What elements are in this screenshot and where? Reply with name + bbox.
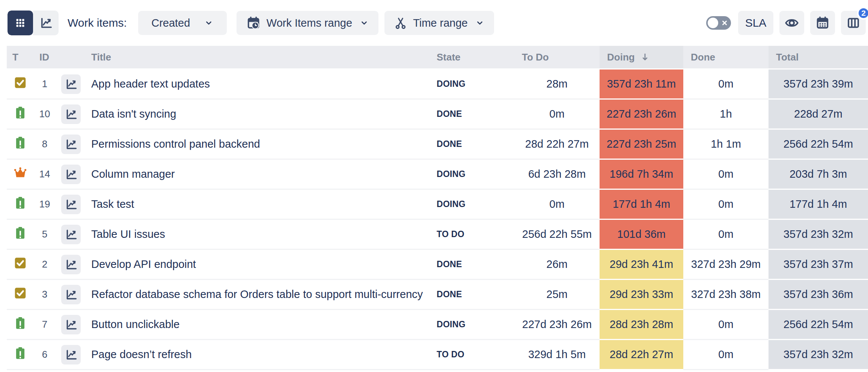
line-chart-icon <box>65 318 77 331</box>
work-items-range-dropdown[interactable]: Work Items range <box>237 11 378 35</box>
row-chart-button[interactable] <box>61 104 81 124</box>
row-title: Develop API endpoint <box>86 250 429 280</box>
row-chart-button[interactable] <box>61 285 81 304</box>
type-cell <box>7 130 34 160</box>
header-state[interactable]: State <box>429 46 514 70</box>
done-duration-cell: 1h 1m <box>683 130 769 160</box>
done-duration-cell: 0m <box>683 160 769 190</box>
watch-button[interactable] <box>779 11 804 35</box>
header-doing[interactable]: Doing <box>600 46 683 70</box>
state-cell: DOING <box>429 310 514 340</box>
row-chart-button[interactable] <box>61 315 81 334</box>
header-todo[interactable]: To Do <box>514 46 600 70</box>
type-cell <box>7 190 34 220</box>
sort-desc-arrow-icon <box>640 52 650 62</box>
doing-duration-cell: 227d 23h 25m <box>600 130 683 160</box>
done-duration-cell: 327d 23h 38m <box>683 280 769 310</box>
line-chart-icon <box>65 78 77 91</box>
id-cell: 3 <box>34 280 56 310</box>
chart-cell <box>56 130 86 160</box>
line-chart-icon <box>65 228 77 241</box>
header-title[interactable]: Title <box>86 46 429 70</box>
column-manager-wrap: 2 <box>841 11 866 35</box>
table-row: 6Page doesn’t refreshTO DO329d 1h 5m28d … <box>7 340 868 370</box>
grid-icon <box>14 17 27 29</box>
todo-duration-cell: 28m <box>514 70 600 100</box>
type-cell <box>7 220 34 250</box>
task-check-icon <box>14 76 27 89</box>
table-row: 8Permissions control panel backendDONE28… <box>7 130 868 160</box>
toggle-knob <box>708 18 718 28</box>
table-row: 14Column managerDOING6d 23h 28m196d 7h 3… <box>7 160 868 190</box>
chart-cell <box>56 100 86 130</box>
calendar-button[interactable] <box>810 11 835 35</box>
header-chart <box>56 46 86 70</box>
total-duration-cell: 357d 23h 32m <box>769 220 868 250</box>
chart-cell <box>56 280 86 310</box>
row-title: Table UI issues <box>86 220 429 250</box>
time-range-dropdown[interactable]: Time range <box>384 11 494 35</box>
table-header-row: T ID Title State To Do Doing Done Total <box>7 46 868 70</box>
sla-toggle[interactable] <box>706 16 731 30</box>
table-row: 19Task testDOING0m177d 1h 4m0m177d 1h 4m <box>7 190 868 220</box>
header-done[interactable]: Done <box>683 46 769 70</box>
type-cell <box>7 100 34 130</box>
time-range-label: Time range <box>413 17 468 29</box>
clipboard-icon <box>14 196 26 210</box>
doing-duration-cell: 177d 1h 4m <box>600 190 683 220</box>
state-cell: DOING <box>429 70 514 100</box>
type-cell <box>7 70 34 100</box>
scissors-icon <box>394 17 407 29</box>
table-row: 7Button unclickableDOING227d 23h 26m28d … <box>7 310 868 340</box>
id-cell: 7 <box>34 310 56 340</box>
table-view-button[interactable] <box>8 11 33 35</box>
header-type[interactable]: T <box>7 46 34 70</box>
row-chart-button[interactable] <box>61 135 81 154</box>
doing-duration-cell: 29d 23h 33m <box>600 280 683 310</box>
chevron-down-icon <box>204 18 213 27</box>
row-chart-button[interactable] <box>61 74 81 94</box>
created-dropdown-value: Created <box>151 17 190 29</box>
line-chart-icon <box>65 108 77 121</box>
chart-view-button[interactable] <box>33 11 59 35</box>
total-duration-cell: 357d 23h 32m <box>769 340 868 370</box>
row-title: Task test <box>86 190 429 220</box>
id-cell: 19 <box>34 190 56 220</box>
total-duration-cell: 256d 22h 54m <box>769 310 868 340</box>
doing-duration-cell: 196d 7h 34m <box>600 160 683 190</box>
done-duration-cell: 0m <box>683 70 769 100</box>
calendar-icon <box>815 16 830 30</box>
line-chart-icon <box>65 168 77 181</box>
id-cell: 8 <box>34 130 56 160</box>
columns-badge: 2 <box>857 7 868 20</box>
sla-button[interactable]: SLA <box>738 11 773 35</box>
header-total[interactable]: Total <box>769 46 868 70</box>
id-cell: 2 <box>34 250 56 280</box>
row-chart-button[interactable] <box>61 345 81 364</box>
total-duration-cell: 357d 23h 37m <box>769 250 868 280</box>
row-chart-button[interactable] <box>61 255 81 274</box>
row-chart-button[interactable] <box>61 195 81 214</box>
row-chart-button[interactable] <box>61 225 81 244</box>
row-chart-button[interactable] <box>61 165 81 184</box>
line-chart-icon <box>65 288 77 301</box>
work-items-table: T ID Title State To Do Doing Done Total … <box>7 46 868 370</box>
header-id[interactable]: ID <box>34 46 56 70</box>
row-title: Column manager <box>86 160 429 190</box>
created-dropdown[interactable]: Created <box>138 11 227 35</box>
total-duration-cell: 203d 7h 3m <box>769 160 868 190</box>
doing-duration-cell: 28d 22h 27m <box>600 340 683 370</box>
state-cell: TO DO <box>429 220 514 250</box>
chart-cell <box>56 190 86 220</box>
clipboard-icon <box>14 136 26 150</box>
line-chart-icon <box>65 138 77 151</box>
total-duration-cell: 357d 23h 36m <box>769 280 868 310</box>
doing-duration-cell: 28d 23h 28m <box>600 310 683 340</box>
done-duration-cell: 0m <box>683 310 769 340</box>
table-row: 10Data isn't syncingDONE0m227d 23h 26m1h… <box>7 100 868 130</box>
todo-duration-cell: 26m <box>514 250 600 280</box>
clipboard-icon <box>14 106 26 119</box>
done-duration-cell: 327d 23h 29m <box>683 250 769 280</box>
task-check-icon <box>14 256 27 270</box>
clipboard-icon <box>14 226 26 240</box>
